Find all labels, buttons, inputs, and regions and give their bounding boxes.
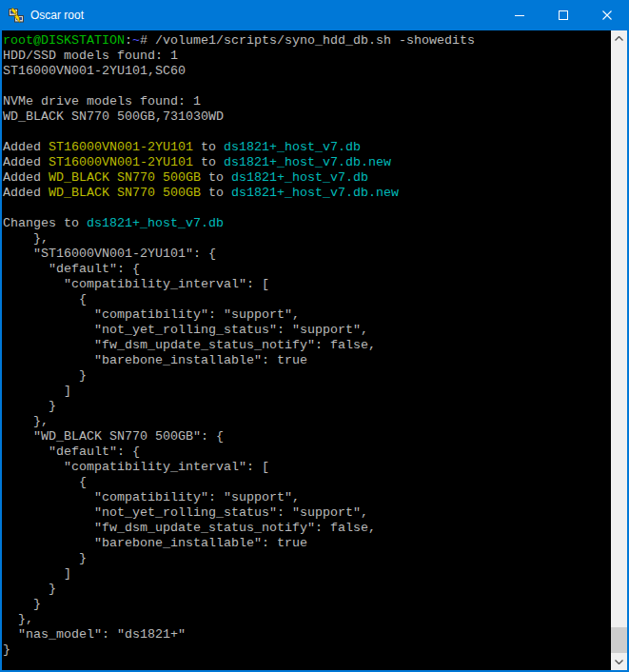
maximize-icon	[559, 10, 568, 20]
window-body: root@DISKSTATION:~# /volume1/scripts/syn…	[0, 30, 629, 672]
terminal-line: Added WD_BLACK SN770 500GB to ds1821+_ho…	[3, 170, 611, 186]
terminal-line: HDD/SSD models found: 1	[3, 49, 611, 64]
maximize-button[interactable]	[541, 0, 585, 30]
terminal-line: root@DISKSTATION:~# /volume1/scripts/syn…	[3, 33, 611, 49]
terminal-line: "barebone_installable": true	[3, 536, 611, 551]
terminal-line: Changes to ds1821+_host_v7.db	[3, 216, 611, 231]
window-title: Oscar root	[30, 9, 498, 22]
close-icon	[602, 10, 612, 20]
terminal-line: "compatibility": "support",	[3, 307, 611, 323]
terminal-line: "compatibility_interval": [	[3, 277, 611, 292]
terminal-line: "fw_dsm_update_status_notify": false,	[3, 338, 611, 353]
scroll-down-button[interactable]	[611, 654, 627, 670]
terminal-line: }	[3, 551, 611, 566]
scrollbar[interactable]	[611, 30, 627, 670]
terminal-line: }	[3, 582, 611, 597]
minimize-button[interactable]	[498, 0, 541, 30]
scrollbar-thumb[interactable]	[611, 627, 627, 653]
terminal-line: Added ST16000VN001-2YU101 to ds1821+_hos…	[3, 155, 611, 170]
titlebar[interactable]: Oscar root	[0, 0, 629, 30]
terminal-line: "WD_BLACK SN770 500GB": {	[3, 429, 611, 445]
window-controls	[498, 0, 629, 30]
terminal-line: "fw_dsm_update_status_notify": false,	[3, 521, 611, 536]
terminal-line: }	[3, 597, 611, 612]
terminal-line: Added ST16000VN001-2YU101 to ds1821+_hos…	[3, 140, 611, 155]
terminal-line: }	[3, 642, 611, 658]
terminal-line: },	[3, 231, 611, 247]
terminal-line	[3, 125, 611, 140]
terminal-line: "ST16000VN001-2YU101": {	[3, 247, 611, 262]
scrollbar-track[interactable]	[611, 47, 627, 654]
terminal-line: NVMe drive models found: 1	[3, 94, 611, 109]
terminal-line: "not_yet_rolling_status": "support",	[3, 323, 611, 338]
terminal-line: Added WD_BLACK SN770 500GB to ds1821+_ho…	[3, 186, 611, 201]
terminal-line: "not_yet_rolling_status": "support",	[3, 505, 611, 521]
scroll-up-button[interactable]	[611, 30, 627, 47]
terminal-line: ]	[3, 566, 611, 582]
minimize-icon	[515, 10, 524, 20]
terminal-line: "compatibility_interval": [	[3, 460, 611, 475]
terminal-line	[3, 79, 611, 94]
terminal-line: {	[3, 475, 611, 490]
terminal-line: ]	[3, 384, 611, 399]
terminal-line: }	[3, 368, 611, 384]
terminal-line: "compatibility": "support",	[3, 490, 611, 505]
terminal-line: "default": {	[3, 445, 611, 460]
terminal-line: }	[3, 399, 611, 414]
chevron-up-icon	[615, 36, 623, 41]
terminal-line	[3, 201, 611, 216]
terminal-line: ST16000VN001-2YU101,SC60	[3, 64, 611, 79]
close-button[interactable]	[585, 0, 629, 30]
terminal-line: "default": {	[3, 262, 611, 277]
terminal-line: "nas_model": "ds1821+"	[3, 627, 611, 642]
putty-window: Oscar root root@DISKSTATION:~# /volume1	[0, 0, 629, 672]
terminal-line: {	[3, 292, 611, 307]
chevron-down-icon	[615, 660, 623, 664]
putty-app-icon	[9, 8, 24, 23]
terminal-line: WD_BLACK SN770 500GB,731030WD	[3, 109, 611, 125]
terminal-line: "barebone_installable": true	[3, 353, 611, 368]
terminal-line: },	[3, 612, 611, 627]
terminal-output[interactable]: root@DISKSTATION:~# /volume1/scripts/syn…	[2, 30, 611, 670]
terminal-line: },	[3, 414, 611, 429]
